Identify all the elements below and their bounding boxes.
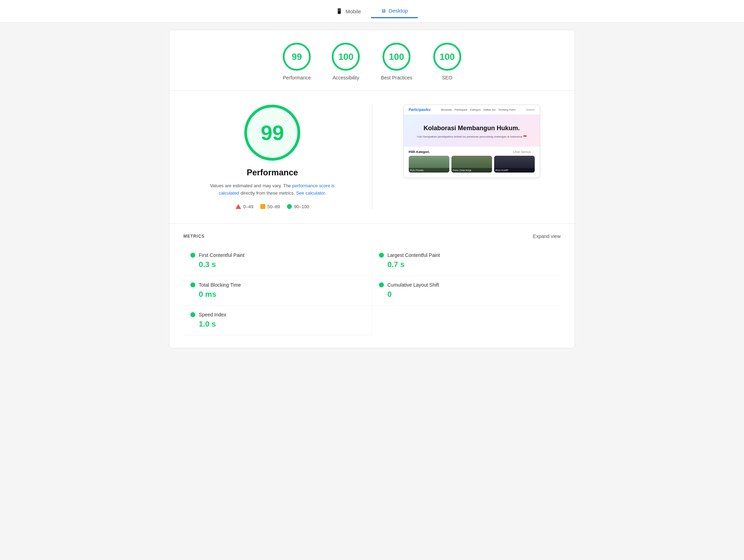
lcp-dot <box>379 253 384 258</box>
tbt-name: Total Blocking Time <box>199 282 241 288</box>
circle-green-icon <box>287 204 292 209</box>
si-name: Speed Index <box>199 312 226 317</box>
scores-section: 99 Performance 100 Accessibility 100 Bes… <box>169 30 575 91</box>
square-icon <box>260 204 265 209</box>
seo-value: 100 <box>440 51 455 62</box>
best-practices-circle: 100 <box>382 43 410 71</box>
main-container: 99 Performance 100 Accessibility 100 Bes… <box>169 30 575 348</box>
metric-si: Speed Index 1.0 s <box>183 306 372 335</box>
score-performance: 99 Performance <box>283 43 311 80</box>
legend-item-poor: 0–49 <box>236 204 253 209</box>
accessibility-value: 100 <box>338 51 353 62</box>
website-preview: Participasiku Beranda Partisipasi Katego… <box>403 105 540 178</box>
fcp-name: First Contentful Paint <box>199 252 245 258</box>
desc-start: Values are estimated and may vary. The <box>210 183 291 188</box>
preview-card-3: RUU KUHP <box>494 156 535 173</box>
score-description: Values are estimated and may vary. The p… <box>206 182 339 197</box>
lcp-name: Largest Contentful Paint <box>387 252 440 258</box>
accessibility-circle: 100 <box>332 43 360 71</box>
preview-card-1: RUU Pemilu <box>409 156 449 173</box>
cls-dot <box>379 282 384 287</box>
top-bar: 📱 Mobile 🖥 Desktop <box>0 0 744 23</box>
metric-tbt: Total Blocking Time 0 ms <box>183 276 372 306</box>
big-score-title: Performance <box>247 168 298 177</box>
big-score-value: 99 <box>261 121 284 145</box>
legend: 0–49 50–89 90–100 <box>236 204 309 209</box>
cls-value: 0 <box>379 290 554 299</box>
score-best-practices: 100 Best Practices <box>381 43 412 80</box>
metrics-grid: First Contentful Paint 0.3 s Largest Con… <box>183 246 561 335</box>
big-score-circle: 99 <box>244 105 300 161</box>
performance-label: Performance <box>283 75 311 80</box>
tbt-value: 0 ms <box>190 290 365 299</box>
legend-range-good: 90–100 <box>294 204 309 209</box>
score-accessibility: 100 Accessibility <box>332 43 360 80</box>
cls-name: Cumulative Layout Shift <box>387 282 439 288</box>
accessibility-label: Accessibility <box>332 75 359 80</box>
triangle-icon <box>236 204 241 209</box>
preview-cards: RUU Pemilu Perlu Cinta Kerja RUU KUHP <box>404 156 540 177</box>
detail-section: 99 Performance Values are estimated and … <box>169 91 575 224</box>
preview-hero: Kolaborasi Membangun Hukum. Yuk! Sampaik… <box>404 115 540 147</box>
lcp-value: 0.7 s <box>379 260 554 269</box>
best-practices-value: 100 <box>389 51 404 62</box>
desc-mid: directly from these metrics. <box>240 190 295 196</box>
preview-section-title: Pilih Kategori. <box>409 150 430 154</box>
legend-range-needs-improvement: 50–89 <box>267 204 280 209</box>
expand-view-button[interactable]: Expand view <box>533 233 561 239</box>
metrics-section: METRICS Expand view First Contentful Pai… <box>169 224 575 348</box>
divider-vertical <box>372 105 372 209</box>
seo-circle: 100 <box>433 43 461 71</box>
preview-hero-sub: Yuk! Sampaikan pendapatmu terkait isu pe… <box>411 135 533 138</box>
performance-circle: 99 <box>283 43 311 71</box>
metrics-header: METRICS Expand view <box>183 233 561 239</box>
preview-navbar: Participasiku Beranda Partisipasi Katego… <box>404 105 540 115</box>
preview-card-label-2: Perlu Cinta Kerja <box>451 168 492 173</box>
calculator-link[interactable]: See calculator. <box>296 190 326 196</box>
mobile-icon: 📱 <box>336 8 343 14</box>
metric-cls: Cumulative Layout Shift 0 <box>372 276 561 306</box>
metric-lcp: Largest Contentful Paint 0.7 s <box>372 246 561 276</box>
preview-section-action: Lihat Semua → <box>513 150 535 154</box>
metric-fcp: First Contentful Paint 0.3 s <box>183 246 372 276</box>
detail-right: Participasiku Beranda Partisipasi Katego… <box>390 105 554 178</box>
si-value: 1.0 s <box>190 320 365 329</box>
preview-hero-title: Kolaborasi Membangun Hukum. <box>411 125 533 132</box>
desktop-tab-label: Desktop <box>389 8 408 14</box>
legend-item-needs-improvement: 50–89 <box>260 204 280 209</box>
performance-value: 99 <box>292 51 302 62</box>
preview-card-2: Perlu Cinta Kerja <box>451 156 492 173</box>
legend-range-poor: 0–49 <box>243 204 253 209</box>
metrics-title: METRICS <box>183 234 205 239</box>
mobile-tab-label: Mobile <box>345 8 361 14</box>
tab-mobile[interactable]: 📱 Mobile <box>326 5 371 18</box>
fcp-dot <box>190 253 195 258</box>
fcp-value: 0.3 s <box>190 260 365 269</box>
best-practices-label: Best Practices <box>381 75 412 80</box>
preview-logo: Participasiku <box>409 108 430 112</box>
si-dot <box>190 312 195 317</box>
tab-desktop[interactable]: 🖥 Desktop <box>371 4 418 18</box>
preview-card-label-3: RUU KUHP <box>494 168 535 173</box>
preview-nav-links: Beranda Partisipasi Kategori Daftar Isu … <box>441 108 515 111</box>
legend-item-good: 90–100 <box>287 204 309 209</box>
preview-section-header: Pilih Kategori. Lihat Semua → <box>404 147 540 156</box>
desktop-icon: 🖥 <box>381 8 386 14</box>
preview-nav-action: Sistem <box>526 108 534 111</box>
seo-label: SEO <box>442 75 452 80</box>
tbt-dot <box>190 282 195 287</box>
preview-card-label-1: RUU Pemilu <box>409 168 449 173</box>
score-seo: 100 SEO <box>433 43 461 80</box>
detail-left: 99 Performance Values are estimated and … <box>190 105 355 209</box>
